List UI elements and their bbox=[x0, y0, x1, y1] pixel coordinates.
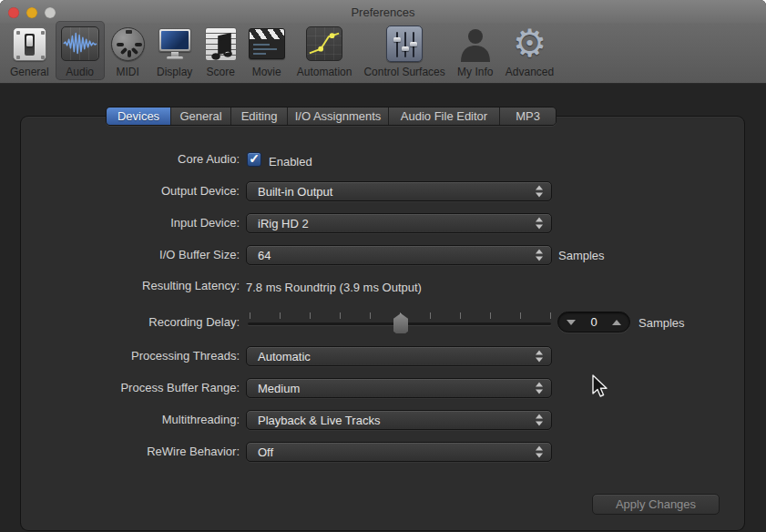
checkmark-icon: ✓ bbox=[249, 152, 260, 165]
window-header: Preferences General Audio bbox=[0, 0, 766, 84]
toolbar-item-label: Audio bbox=[66, 66, 94, 78]
input-device-select[interactable]: iRig HD 2 bbox=[246, 213, 552, 233]
stepper-decrement-icon[interactable] bbox=[567, 320, 576, 325]
toolbar-item-my-info[interactable]: My Info bbox=[452, 21, 499, 80]
toolbar-item-label: General bbox=[10, 66, 49, 78]
recording-delay-stepper: 0 bbox=[557, 312, 630, 332]
slider-tick bbox=[280, 312, 281, 319]
toolbar-item-label: Advanced bbox=[506, 66, 554, 78]
toolbar-item-label: Score bbox=[207, 66, 235, 78]
toolbar-item-label: MIDI bbox=[117, 66, 139, 78]
tab-general[interactable]: General bbox=[170, 107, 230, 125]
processing-threads-select[interactable]: Automatic bbox=[246, 346, 552, 366]
music-note-icon bbox=[205, 24, 237, 64]
slider-tick bbox=[310, 312, 311, 319]
toolbar-item-automation[interactable]: Automation bbox=[291, 21, 358, 80]
preferences-toolbar: General Audio MIDI bbox=[5, 21, 766, 83]
select-arrows-icon bbox=[536, 414, 543, 426]
slider-tick bbox=[550, 312, 551, 319]
tab-mp3[interactable]: MP3 bbox=[499, 107, 556, 125]
toolbar-item-label: Movie bbox=[252, 66, 281, 78]
io-buffer-size-value: 64 bbox=[258, 249, 271, 262]
clapperboard-icon bbox=[249, 24, 285, 64]
toolbar-item-label: Automation bbox=[297, 66, 352, 78]
resulting-latency-label: Resulting Latency: bbox=[36, 276, 240, 296]
window-title: Preferences bbox=[0, 5, 766, 19]
toolbar-item-score[interactable]: Score bbox=[199, 21, 242, 80]
select-arrows-icon bbox=[536, 186, 543, 198]
automation-curve-icon bbox=[306, 24, 342, 64]
toolbar-item-movie[interactable]: Movie bbox=[243, 21, 291, 80]
slider-tick bbox=[460, 312, 461, 319]
toolbar-item-general[interactable]: General bbox=[5, 21, 55, 80]
toolbar-item-display[interactable]: Display bbox=[151, 21, 199, 80]
waveform-icon bbox=[61, 24, 99, 64]
output-device-select[interactable]: Built-in Output bbox=[246, 181, 552, 201]
recording-delay-unit: Samples bbox=[638, 315, 685, 332]
rewire-behavior-select[interactable]: Off bbox=[246, 442, 552, 462]
core-audio-checkbox[interactable]: ✓ bbox=[247, 152, 261, 167]
rewire-behavior-value: Off bbox=[258, 445, 273, 459]
tab-io-assignments[interactable]: I/O Assignments bbox=[287, 107, 388, 125]
process-buffer-range-select[interactable]: Medium bbox=[246, 378, 552, 398]
preferences-window: Preferences General Audio bbox=[0, 0, 766, 532]
processing-threads-value: Automatic bbox=[258, 350, 311, 363]
tab-editing[interactable]: Editing bbox=[230, 107, 287, 125]
toolbar-item-label: Display bbox=[157, 66, 192, 78]
slider-tick bbox=[250, 312, 250, 319]
toolbar-item-control-surfaces[interactable]: Control Surfaces bbox=[358, 21, 450, 80]
slider-tick bbox=[430, 312, 431, 319]
select-arrows-icon bbox=[536, 218, 543, 230]
slider-tick bbox=[490, 312, 491, 319]
select-arrows-icon bbox=[536, 351, 543, 363]
select-arrows-icon bbox=[536, 250, 543, 261]
multithreading-select[interactable]: Playback & Live Tracks bbox=[246, 410, 552, 430]
toggle-switch-icon bbox=[13, 24, 46, 64]
io-buffer-size-unit: Samples bbox=[558, 248, 605, 264]
person-icon bbox=[457, 24, 494, 64]
slider-tick bbox=[340, 312, 341, 319]
slider-thumb[interactable] bbox=[393, 313, 408, 333]
recording-delay-slider[interactable] bbox=[246, 311, 553, 335]
input-device-label: Input Device: bbox=[36, 213, 240, 233]
multithreading-label: Multithreading: bbox=[36, 410, 240, 430]
multithreading-value: Playback & Live Tracks bbox=[258, 414, 380, 427]
process-buffer-range-label: Process Buffer Range: bbox=[36, 378, 240, 398]
slider-tick bbox=[370, 312, 371, 319]
process-buffer-range-value: Medium bbox=[258, 382, 300, 395]
audio-pref-tabs: Devices General Editing I/O Assignments … bbox=[106, 107, 557, 126]
toolbar-item-advanced[interactable]: ⚙ Advanced bbox=[500, 21, 559, 80]
resulting-latency-value: 7.8 ms Roundtrip (3.9 ms Output) bbox=[246, 280, 422, 296]
gear-icon: ⚙ bbox=[513, 24, 547, 64]
toolbar-item-label: Control Surfaces bbox=[363, 66, 444, 78]
output-device-label: Output Device: bbox=[36, 181, 240, 201]
processing-threads-label: Processing Threads: bbox=[36, 346, 240, 366]
toolbar-item-label: My Info bbox=[457, 66, 493, 78]
io-buffer-size-label: I/O Buffer Size: bbox=[36, 245, 240, 265]
select-arrows-icon bbox=[536, 383, 543, 394]
io-buffer-size-select[interactable]: 64 bbox=[246, 245, 552, 265]
stepper-increment-icon[interactable] bbox=[612, 320, 621, 325]
slider-tick bbox=[520, 312, 521, 319]
select-arrows-icon bbox=[536, 446, 543, 458]
recording-delay-value: 0 bbox=[590, 315, 597, 329]
output-device-value: Built-in Output bbox=[258, 185, 332, 199]
core-audio-enabled-label: Enabled bbox=[269, 154, 312, 170]
toolbar-item-midi[interactable]: MIDI bbox=[106, 21, 150, 80]
input-device-value: iRig HD 2 bbox=[258, 217, 309, 230]
monitor-icon bbox=[157, 24, 193, 64]
tab-audio-file-editor[interactable]: Audio File Editor bbox=[388, 107, 499, 125]
mixer-faders-icon bbox=[386, 24, 423, 64]
apply-changes-button[interactable]: Apply Changes bbox=[592, 494, 720, 515]
midi-din-icon bbox=[111, 24, 145, 64]
tab-devices[interactable]: Devices bbox=[107, 107, 170, 125]
recording-delay-label: Recording Delay: bbox=[36, 312, 240, 332]
rewire-behavior-label: ReWire Behavior: bbox=[36, 442, 240, 462]
core-audio-label: Core Audio: bbox=[36, 149, 240, 169]
toolbar-item-audio[interactable]: Audio bbox=[56, 21, 105, 80]
